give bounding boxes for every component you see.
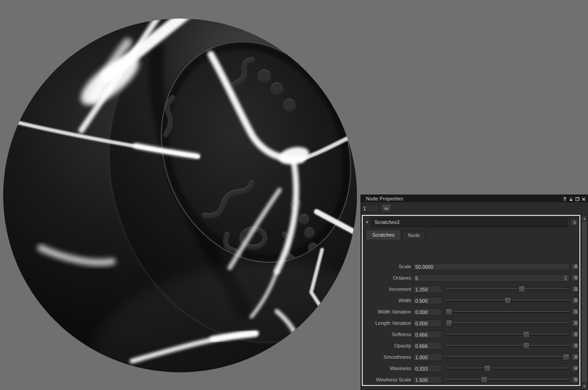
clear-filter-icon: ≡x bbox=[384, 206, 389, 211]
panel-titlebar[interactable]: Node Properties ? ▲ ❐ ✕ bbox=[361, 195, 588, 202]
scrollbar-thumb[interactable] bbox=[582, 222, 587, 382]
property-row: Rotation 0.000 R bbox=[363, 385, 579, 386]
slider-track[interactable] bbox=[446, 345, 569, 347]
tab-scratches[interactable]: Scratches bbox=[365, 229, 401, 240]
slider-track[interactable] bbox=[446, 379, 569, 381]
value-text: 0.333 bbox=[415, 366, 428, 371]
collapse-arrow-icon[interactable]: ▼ bbox=[364, 220, 370, 224]
value-text: 1.000 bbox=[415, 355, 428, 360]
node-group-box: ▼ Scratches3 x ScratchesNode Scale 50.00… bbox=[362, 215, 580, 386]
panel-toolrow: ≡x bbox=[361, 202, 588, 214]
tab-node[interactable]: Node bbox=[402, 231, 426, 240]
value-slider[interactable] bbox=[446, 297, 569, 304]
node-index-input[interactable] bbox=[361, 205, 379, 212]
help-icon[interactable]: ? bbox=[562, 196, 568, 202]
titlebar-buttons: ? ▲ ❐ ✕ bbox=[562, 196, 587, 202]
property-row: Softness 0.666 R bbox=[363, 329, 579, 340]
value-field[interactable]: 1.500 bbox=[413, 376, 442, 384]
property-row: Opacity 0.666 R bbox=[363, 340, 579, 352]
slider-handle[interactable] bbox=[563, 354, 569, 361]
value-text: 0.000 bbox=[415, 321, 428, 326]
slider-track[interactable] bbox=[446, 368, 569, 370]
value-slider[interactable] bbox=[446, 342, 569, 349]
slider-track[interactable] bbox=[446, 311, 569, 313]
reset-button[interactable]: R bbox=[571, 308, 579, 315]
value-text: 0.500 bbox=[415, 298, 428, 304]
value-text: 0.000 bbox=[415, 309, 428, 315]
value-field[interactable]: 1.000 bbox=[413, 353, 442, 361]
slider-track[interactable] bbox=[446, 323, 569, 324]
property-label: Waviness Scale bbox=[363, 377, 411, 382]
value-slider[interactable] bbox=[446, 354, 569, 361]
property-row: Scale 50.0000 R bbox=[363, 261, 579, 272]
property-label: Length Variation bbox=[363, 320, 411, 326]
value-slider[interactable] bbox=[446, 286, 569, 293]
reset-button[interactable]: R bbox=[571, 274, 579, 281]
value-field[interactable]: 0.000 bbox=[413, 319, 442, 327]
value-text: 1.500 bbox=[415, 377, 428, 383]
reset-button[interactable]: R bbox=[571, 297, 579, 304]
property-row: Octaves 5▲▼ R bbox=[363, 272, 579, 284]
slider-handle[interactable] bbox=[446, 309, 452, 315]
property-row: Waviness Scale 1.500 R bbox=[363, 374, 579, 385]
tab-bar: ScratchesNode bbox=[363, 228, 579, 240]
property-row: Length Variation 0.000 R bbox=[363, 318, 579, 329]
slider-track[interactable] bbox=[446, 334, 569, 336]
value-slider[interactable] bbox=[446, 331, 569, 338]
property-label: Scale bbox=[363, 264, 411, 269]
value-field[interactable]: 0.666 bbox=[413, 342, 442, 350]
slider-handle[interactable] bbox=[484, 365, 491, 372]
value-slider[interactable] bbox=[446, 320, 569, 327]
property-row: Width 0.500 R bbox=[363, 295, 579, 306]
value-text: 0.666 bbox=[415, 343, 428, 349]
float-window-icon[interactable]: ❐ bbox=[574, 196, 580, 202]
property-label: Width Variation bbox=[363, 309, 411, 314]
slider-handle[interactable] bbox=[523, 331, 530, 338]
shade-panel-icon[interactable]: ▲ bbox=[568, 196, 574, 202]
scroll-down-icon[interactable]: ▼ bbox=[582, 383, 587, 389]
panel-title: Node Properties bbox=[366, 196, 403, 201]
reset-button[interactable]: R bbox=[571, 263, 579, 270]
value-field[interactable]: 0.333 bbox=[413, 365, 442, 372]
reset-button[interactable]: R bbox=[571, 353, 579, 361]
spinner-control[interactable]: ▲▼ bbox=[562, 275, 569, 281]
value-field[interactable]: 0.666 bbox=[413, 331, 442, 338]
slider-handle[interactable] bbox=[481, 376, 488, 383]
property-rows: Scale 50.0000 R Octaves 5▲▼ R Increment … bbox=[363, 261, 579, 386]
clear-filter-button[interactable]: ≡x bbox=[381, 204, 391, 213]
scroll-up-icon[interactable]: ▲ bbox=[582, 215, 587, 222]
property-row: Waviness 0.333 R bbox=[363, 363, 579, 374]
value-field[interactable]: 0.000 bbox=[413, 308, 442, 316]
value-field[interactable]: 50.0000 bbox=[413, 263, 569, 271]
slider-track[interactable] bbox=[446, 357, 569, 358]
slider-track[interactable] bbox=[446, 289, 569, 290]
reset-button[interactable]: R bbox=[571, 331, 579, 338]
reset-button[interactable]: R bbox=[571, 319, 579, 327]
value-field[interactable]: 5▲▼ bbox=[413, 274, 569, 282]
close-icon[interactable]: ✕ bbox=[581, 196, 587, 202]
reset-button[interactable]: R bbox=[571, 285, 579, 293]
slider-handle[interactable] bbox=[504, 297, 511, 304]
value-text: 5 bbox=[415, 276, 418, 281]
property-label: Waviness bbox=[363, 366, 411, 371]
reset-button[interactable]: R bbox=[571, 365, 579, 372]
property-label: Softness bbox=[363, 332, 411, 337]
value-text: 50.0000 bbox=[415, 264, 433, 270]
remove-node-button[interactable]: x bbox=[570, 219, 578, 226]
value-slider[interactable] bbox=[446, 376, 569, 383]
node-properties-panel: Node Properties ? ▲ ❐ ✕ ≡x ▼ Scratches3 … bbox=[360, 195, 588, 390]
value-slider[interactable] bbox=[446, 365, 569, 372]
spinner-down-icon[interactable]: ▼ bbox=[564, 278, 567, 281]
slider-handle[interactable] bbox=[523, 342, 530, 349]
value-slider[interactable] bbox=[446, 309, 569, 315]
reset-button[interactable]: R bbox=[571, 342, 579, 349]
property-label: Octaves bbox=[363, 275, 411, 281]
slider-handle[interactable] bbox=[518, 286, 525, 293]
node-name-field[interactable]: Scratches3 bbox=[371, 218, 568, 227]
property-label: Smoothness bbox=[363, 354, 411, 360]
panel-scrollbar[interactable]: ▲ ▼ bbox=[581, 215, 588, 390]
slider-handle[interactable] bbox=[446, 320, 452, 327]
value-field[interactable]: 1.250 bbox=[413, 285, 442, 293]
value-field[interactable]: 0.500 bbox=[413, 297, 442, 304]
reset-button[interactable]: R bbox=[571, 376, 579, 383]
